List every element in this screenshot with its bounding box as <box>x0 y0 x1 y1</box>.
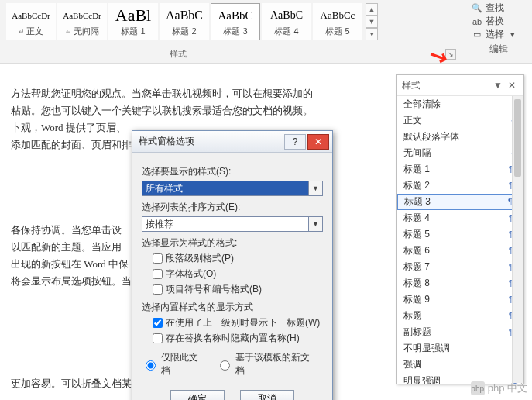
style-tile-label: 标题 3 <box>213 26 258 37</box>
styles-pane-item[interactable]: 标题 5¶a <box>397 226 523 243</box>
find-label: 查找 <box>486 2 504 15</box>
style-name: 副标题 <box>403 326 503 339</box>
styles-pane-item[interactable]: 标题 1¶a <box>397 161 523 178</box>
styles-pane-item[interactable]: 无间隔↵ <box>397 145 523 161</box>
style-name: 标题 4 <box>403 212 503 225</box>
select-button[interactable]: ▭ 选择 ▾ <box>472 28 526 41</box>
style-gallery: AaBbCcDr↵正文AaBbCcDr↵无间隔AaBl标题 1AaBbC标题 2… <box>6 3 362 40</box>
style-name: 标题 6 <box>403 244 503 257</box>
style-preview: AaBbCc <box>315 5 360 26</box>
chevron-down-icon[interactable]: ▼ <box>309 216 323 232</box>
dialog-close-button[interactable]: ✕ <box>307 134 329 150</box>
sort-combo[interactable]: 按推荐 ▼ <box>142 216 323 232</box>
style-tile-0[interactable]: AaBbCcDr↵正文 <box>6 3 56 40</box>
gallery-up[interactable]: ▲ <box>366 3 378 16</box>
show-styles-value: 所有样式 <box>142 181 309 196</box>
style-name: 标题 <box>403 309 503 322</box>
dialog-title: 样式窗格选项 <box>139 135 283 148</box>
styles-pane-item[interactable]: 默认段落字体a <box>397 129 523 145</box>
cb-font[interactable] <box>153 269 163 279</box>
select-label: 选择 <box>486 28 504 41</box>
style-tile-3[interactable]: AaBbC标题 2 <box>160 3 209 40</box>
style-name: 无间隔 <box>403 147 503 160</box>
cb-paragraph-row[interactable]: 段落级别格式(P) <box>153 252 323 265</box>
styles-group-label: 样式 <box>0 48 356 60</box>
style-tile-1[interactable]: AaBbCcDr↵无间隔 <box>57 3 107 40</box>
find-button[interactable]: 🔍 查找 <box>472 2 526 15</box>
radio-this-doc[interactable] <box>146 360 156 371</box>
style-pane-options-dialog: 样式窗格选项 ? ✕ 选择要显示的样式(S): 所有样式 ▼ 选择列表的排序方式… <box>132 130 333 400</box>
style-name: 标题 5 <box>403 228 503 241</box>
pane-dropdown-icon[interactable]: ▼ <box>491 80 505 91</box>
pane-close-icon[interactable]: ✕ <box>505 80 519 91</box>
style-tile-2[interactable]: AaBl标题 1 <box>108 3 158 40</box>
styles-dialog-launcher[interactable]: ↘ <box>445 49 456 60</box>
cb-list[interactable] <box>153 284 163 295</box>
styles-pane-item[interactable]: 标题¶a <box>397 308 523 324</box>
styles-pane-list: 全部清除正文↵默认段落字体a无间隔↵标题 1¶a标题 2¶a标题 3¶a标题 4… <box>397 95 523 384</box>
cb-next-heading[interactable] <box>153 318 163 328</box>
gallery-expand[interactable]: ▾ <box>366 28 378 40</box>
style-tile-label: 标题 1 <box>111 26 156 37</box>
styles-pane-item[interactable]: 全部清除 <box>397 96 523 112</box>
cancel-button[interactable]: 取消 <box>240 390 294 400</box>
style-tile-label: ↵正文 <box>9 26 53 37</box>
sort-value: 按推荐 <box>142 216 309 232</box>
cb-hide-alt-row[interactable]: 存在替换名称时隐藏内置名称(H) <box>153 332 323 345</box>
styles-pane-item[interactable]: 标题 6¶a <box>397 243 523 259</box>
style-preview: AaBbC <box>162 5 207 26</box>
style-name: 默认段落字体 <box>403 130 503 143</box>
styles-pane-item[interactable]: 标题 7¶a <box>397 259 523 275</box>
scrollbar-thumb[interactable] <box>514 99 521 177</box>
cb-hide-alt-label: 存在替换名称时隐藏内置名称(H) <box>166 332 300 345</box>
cb-hide-alt[interactable] <box>153 333 163 343</box>
styles-pane-item[interactable]: 正文↵ <box>397 112 523 129</box>
styles-pane-item[interactable]: 副标题¶a <box>397 324 523 340</box>
style-tile-label: 标题 2 <box>162 26 207 37</box>
style-name: 不明显强调 <box>403 342 503 355</box>
document-line: 方法帮助您证明您的观点。当您单击联机视频时，可以在想要添加的 <box>11 85 361 102</box>
style-tile-4[interactable]: AaBbC标题 3 <box>211 3 260 40</box>
styles-pane-item[interactable]: 标题 4¶a <box>397 210 523 226</box>
chevron-down-icon[interactable]: ▼ <box>309 181 323 196</box>
style-tile-5[interactable]: AaBbC标题 4 <box>262 3 311 40</box>
styles-pane-item[interactable]: 标题 9¶a <box>397 291 523 308</box>
styles-pane-item[interactable]: 标题 3¶a <box>397 194 523 210</box>
style-name: 正文 <box>403 114 503 127</box>
document-line: 粘贴。您也可以键入一个关键字以联机搜索最适合您的文档的视频。 <box>11 102 361 119</box>
style-tile-6[interactable]: AaBbCc标题 5 <box>313 3 362 40</box>
styles-pane-item[interactable]: 标题 2¶a <box>397 178 523 194</box>
sort-label: 选择列表的排序方式(E): <box>142 201 323 214</box>
style-name: 标题 1 <box>403 163 503 176</box>
cb-list-label: 项目符号和编号格式(B) <box>166 283 262 296</box>
cb-next-heading-label: 在使用了上一级别时显示下一标题(W) <box>166 316 320 329</box>
replace-button[interactable]: ab 替换 <box>472 15 526 28</box>
styles-pane-item[interactable]: 强调a <box>397 357 523 373</box>
cb-paragraph[interactable] <box>153 253 163 264</box>
replace-label: 替换 <box>486 15 504 28</box>
cb-font-row[interactable]: 字体格式(O) <box>153 267 323 281</box>
ok-button[interactable]: 确定 <box>170 390 225 400</box>
format-group-label: 选择显示为样式的格式: <box>142 236 323 250</box>
styles-pane-item[interactable]: 不明显强调a <box>397 340 523 357</box>
style-name: 全部清除 <box>403 98 503 111</box>
cb-list-row[interactable]: 项目符号和编号格式(B) <box>153 283 323 296</box>
dialog-body: 选择要显示的样式(S): 所有样式 ▼ 选择列表的排序方式(E): 按推荐 ▼ … <box>132 153 332 400</box>
styles-pane-item[interactable]: 标题 8¶a <box>397 275 523 291</box>
scope-radio-row: 仅限此文档 基于该模板的新文档 <box>142 351 323 378</box>
radio-template[interactable] <box>220 360 230 371</box>
gallery-down[interactable]: ▼ <box>366 16 378 28</box>
editing-group: 🔍 查找 ab 替换 ▭ 选择 ▾ 编辑 <box>472 2 526 56</box>
dialog-titlebar[interactable]: 样式窗格选项 ? ✕ <box>132 131 332 153</box>
cb-next-heading-row[interactable]: 在使用了上一级别时显示下一标题(W) <box>153 316 323 329</box>
styles-pane: 样式 ▼ ✕ 全部清除正文↵默认段落字体a无间隔↵标题 1¶a标题 2¶a标题 … <box>396 74 524 384</box>
select-icon: ▭ <box>472 29 482 40</box>
show-styles-combo[interactable]: 所有样式 ▼ <box>142 181 323 196</box>
dialog-help-button[interactable]: ? <box>284 134 306 150</box>
ribbon: AaBbCcDr↵正文AaBbCcDr↵无间隔AaBl标题 1AaBbC标题 2… <box>0 0 532 64</box>
style-preview: AaBbCcDr <box>60 5 105 26</box>
style-name: 强调 <box>403 358 503 371</box>
dialog-buttons: 确定 取消 <box>142 384 323 400</box>
style-name: 标题 3 <box>404 195 503 209</box>
pane-scrollbar[interactable] <box>512 96 523 383</box>
